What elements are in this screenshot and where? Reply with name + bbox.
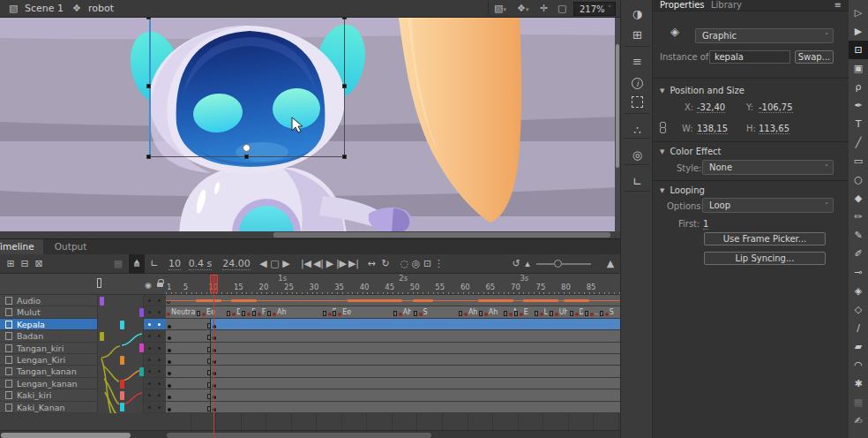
layer-row-kepala[interactable]: Kepala (0, 319, 97, 330)
gradient-transform-tool-icon[interactable]: ▣ (849, 59, 868, 78)
keyframe[interactable] (168, 408, 171, 412)
visibility-dot[interactable] (148, 406, 151, 409)
layer-row-tangan_kanan[interactable]: Tangan_kanan (0, 366, 97, 377)
rig-swatch-kaki_kanan[interactable] (120, 403, 124, 412)
tab-timeline[interactable]: Timeline (0, 239, 43, 254)
goto-last-frame-icon[interactable]: ▶| (348, 254, 360, 274)
rig-swatch-lengan_kiri[interactable] (120, 356, 124, 365)
layer-row-tangan_kiri[interactable]: Tangan_kiri (0, 343, 97, 354)
transform-panel-icon[interactable] (621, 94, 654, 115)
cc-libraries-panel-icon[interactable]: ◎ (621, 145, 654, 166)
elapsed-time-counter[interactable]: 0.4 s (188, 254, 213, 274)
keyframe[interactable] (168, 325, 171, 328)
subselection-tool-icon[interactable]: ▶ (849, 22, 868, 41)
frames-row-kepala[interactable] (166, 319, 620, 330)
pen-tool-icon[interactable]: ✒ (849, 96, 868, 115)
frame-span[interactable] (211, 366, 624, 376)
text-tool-icon[interactable]: T (849, 115, 868, 133)
frames-row-kaki_kiri[interactable] (166, 389, 620, 401)
transform-handle-bottom-left[interactable] (146, 155, 151, 159)
lip-sync-keyframe[interactable] (575, 313, 579, 316)
tab-library[interactable]: Library (711, 0, 742, 11)
frame-span[interactable] (166, 354, 211, 365)
frames-row-badan[interactable] (166, 330, 620, 342)
edit-multiple-frames-icon[interactable]: ⊡ (422, 254, 433, 274)
frame-span[interactable] (166, 343, 211, 353)
current-frame-counter[interactable]: 10 (167, 254, 183, 274)
section-position-and-size[interactable]: ▼Position and Size (660, 86, 745, 95)
playhead-line[interactable] (213, 274, 214, 438)
frames-row-lengan_kiri[interactable] (166, 354, 620, 366)
prev-keyframe-icon[interactable]: ◀ (258, 254, 269, 274)
loop-playback-icon[interactable]: ↻ (379, 254, 392, 274)
x-value[interactable]: -32,40 (697, 102, 725, 113)
scene-breadcrumb[interactable]: Scene 1 (25, 0, 64, 18)
layer-row-badan[interactable]: Badan (0, 330, 97, 342)
rig-swatch-kaki_kiri[interactable] (120, 391, 124, 400)
stage-zoom-select[interactable]: 217% ˅ (573, 2, 616, 16)
visibility-dot[interactable] (148, 382, 151, 385)
onion-skin-icon[interactable]: ◌ (399, 254, 410, 274)
layer-toggles-tangan_kanan[interactable] (144, 366, 166, 377)
camera-icon[interactable]: ▦ (111, 254, 125, 274)
clip-content-icon[interactable]: ▢ (557, 0, 566, 18)
step-back-icon[interactable]: ◀| (312, 254, 325, 274)
rig-swatch-kepala[interactable] (120, 321, 124, 329)
classic-brush-tool-icon[interactable]: ✐ (849, 245, 868, 263)
width-tool-icon[interactable]: ◠ (849, 356, 868, 374)
layer-column-scrollbar-thumb[interactable] (1, 433, 131, 438)
frames-row-tangan_kanan[interactable] (166, 366, 620, 377)
frame-span[interactable] (211, 319, 624, 329)
frame-span[interactable] (211, 402, 624, 412)
step-forward-icon[interactable]: |▶ (335, 254, 348, 274)
lip-syncing-button[interactable]: Lip Syncing... (704, 252, 826, 265)
transform-handle-bottom-mid[interactable] (244, 155, 249, 159)
panel-menu-icon[interactable]: ≡ (834, 0, 842, 11)
edit-symbols-icon[interactable]: ❖▾ (517, 0, 528, 18)
timeline-zoom-knob[interactable] (554, 260, 562, 268)
swatches-panel-icon[interactable]: ⊞ (621, 25, 654, 46)
visibility-dot[interactable] (148, 394, 151, 396)
polystar-tool-icon[interactable]: ◆ (849, 189, 868, 208)
paint-bucket-tool-icon[interactable]: ◈ (849, 282, 868, 300)
visibility-dot[interactable] (148, 311, 151, 313)
frame-span[interactable] (166, 319, 211, 329)
lock-dot[interactable] (158, 335, 161, 337)
new-layer-icon[interactable]: ⊞ (4, 254, 18, 274)
lock-dot[interactable] (158, 382, 161, 385)
color-panel-icon[interactable]: ◑ (621, 4, 654, 25)
layer-toggles-kepala[interactable] (144, 319, 166, 330)
frames-area[interactable]: NeutralEeDEeFAhDEeAhSAhAhMELUhD..S (166, 295, 620, 413)
rig-swatch-lengan_kanan[interactable] (120, 380, 124, 389)
bone-tool-icon[interactable]: ⊸ (849, 263, 868, 282)
frames-row-lengan_kanan[interactable] (166, 378, 620, 389)
lock-dot[interactable] (158, 323, 161, 326)
visibility-dot[interactable] (148, 335, 151, 337)
lock-dot[interactable] (158, 394, 161, 396)
onion-outlines-icon[interactable]: ◎ (410, 254, 422, 274)
layer-toggles-lengan_kanan[interactable] (144, 378, 166, 389)
graph-editor-icon[interactable]: ∟ (146, 254, 162, 274)
transform-point[interactable] (243, 144, 251, 152)
center-frame-icon[interactable]: ✛ (540, 0, 548, 18)
pencil-tool-icon[interactable]: ✏ (849, 208, 868, 226)
section-looping[interactable]: ▼Looping (660, 185, 705, 195)
ink-bottle-tool-icon[interactable]: ◇ (849, 300, 868, 319)
frames-row-audio[interactable] (166, 295, 620, 306)
marker-range-icon[interactable]: ⋮ (433, 254, 445, 274)
layer-toggles-lengan_kiri[interactable] (144, 354, 166, 366)
transform-handle-top-left[interactable] (146, 18, 151, 19)
canvas-hscroll-thumb[interactable] (273, 232, 610, 238)
style-dropdown[interactable]: None˅ (702, 160, 834, 175)
layer-row-audio[interactable]: Audio (0, 295, 97, 306)
layer-toggles-kaki_kanan[interactable] (144, 402, 166, 413)
goto-first-frame-icon[interactable]: |◀ (300, 254, 312, 274)
canvas-vscroll-thumb[interactable] (616, 44, 619, 168)
frames-row-kaki_kanan[interactable] (166, 402, 620, 413)
loop-options-dropdown[interactable]: Loop˅ (702, 198, 834, 213)
center-playhead-icon[interactable]: ↔ (365, 254, 378, 274)
layer-toggles-mulut[interactable] (144, 306, 166, 318)
frame-span[interactable] (211, 343, 624, 353)
visibility-dot[interactable] (148, 359, 151, 361)
frame-rate-counter[interactable]: 24.00 fps (217, 254, 256, 274)
